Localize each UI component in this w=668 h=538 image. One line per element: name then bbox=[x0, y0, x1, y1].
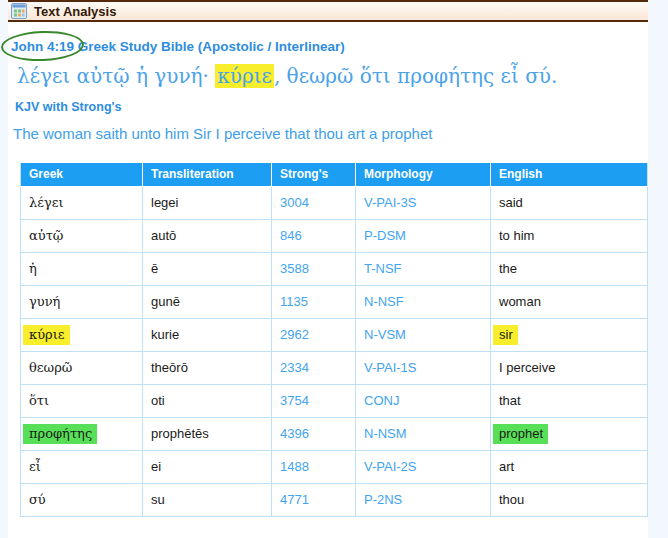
greek-word: ἡ bbox=[29, 261, 37, 276]
greek-word-cell: θεωρῶ bbox=[21, 351, 143, 384]
greek-word-cell: λέγει bbox=[21, 186, 143, 219]
strongs-number-cell: 3588 bbox=[272, 252, 356, 285]
transliteration-text: kurie bbox=[151, 327, 179, 342]
morphology-code-link[interactable]: N-VSM bbox=[364, 327, 406, 342]
transliteration-text: prophētēs bbox=[151, 426, 209, 441]
morphology-code-link[interactable]: N-NSF bbox=[364, 294, 404, 309]
english-gloss-cell: art bbox=[491, 450, 648, 483]
table-grid-icon bbox=[11, 3, 27, 19]
morphology-cell: V-PAI-1S bbox=[356, 351, 491, 384]
strongs-number-cell: 4771 bbox=[272, 483, 356, 516]
morphology-cell: P-2NS bbox=[356, 483, 491, 516]
column-header-english: English bbox=[491, 163, 648, 186]
morphology-code-link[interactable]: P-DSM bbox=[364, 228, 406, 243]
english-gloss-cell: prophet bbox=[491, 417, 648, 450]
strongs-number-link[interactable]: 3754 bbox=[280, 393, 309, 408]
strongs-number-cell: 2962 bbox=[272, 318, 356, 351]
table-row: κύριεkurie2962N-VSMsir bbox=[21, 318, 648, 351]
transliteration-cell: autō bbox=[143, 219, 272, 252]
english-gloss: I perceive bbox=[499, 360, 555, 375]
english-gloss: said bbox=[499, 195, 523, 210]
greek-verse-line[interactable]: λέγει αὐτῷ ἡ γυνή· κύριε, θεωρῶ ὅτι προφ… bbox=[17, 64, 557, 88]
greek-word-cell: ἡ bbox=[21, 252, 143, 285]
strongs-number-cell: 3004 bbox=[272, 186, 356, 219]
transliteration-cell: prophētēs bbox=[143, 417, 272, 450]
strongs-number-cell: 4396 bbox=[272, 417, 356, 450]
greek-word: γυνή bbox=[29, 294, 60, 309]
table-row: ὅτιoti3754CONJthat bbox=[21, 384, 648, 417]
transliteration-text: su bbox=[151, 492, 165, 507]
strongs-number-link[interactable]: 846 bbox=[280, 228, 302, 243]
strongs-number-cell: 1488 bbox=[272, 450, 356, 483]
morphology-code-link[interactable]: P-2NS bbox=[364, 492, 402, 507]
transliteration-text: legei bbox=[151, 195, 178, 210]
transliteration-text: theōrō bbox=[151, 360, 188, 375]
english-verse-line[interactable]: The woman saith unto him Sir I perceive … bbox=[13, 125, 432, 142]
text-analysis-panel: Text Analysis John 4:19 Greek Study Bibl… bbox=[8, 0, 648, 538]
english-gloss-cell: sir bbox=[491, 318, 648, 351]
transliteration-cell: kurie bbox=[143, 318, 272, 351]
table-header-row: Greek Transliteration Strong's Morpholog… bbox=[21, 163, 648, 186]
greek-word-cell: αὐτῷ bbox=[21, 219, 143, 252]
morphology-cell: V-PAI-2S bbox=[356, 450, 491, 483]
morphology-code-link[interactable]: V-PAI-2S bbox=[364, 459, 417, 474]
greek-word-cell: εἶ bbox=[21, 450, 143, 483]
analysis-table-body: λέγειlegei3004V-PAI-3Ssaidαὐτῷautō846P-D… bbox=[21, 186, 648, 516]
greek-word: προφήτης bbox=[23, 424, 97, 444]
greek-word: ὅτι bbox=[29, 393, 49, 408]
table-row: λέγειlegei3004V-PAI-3Ssaid bbox=[21, 186, 648, 219]
text-analysis-page: { "header": { "title": "Text Analysis" }… bbox=[0, 0, 668, 538]
morphology-code-link[interactable]: V-PAI-3S bbox=[364, 195, 417, 210]
table-row: γυνήgunē1135N-NSFwoman bbox=[21, 285, 648, 318]
greek-word-cell: ὅτι bbox=[21, 384, 143, 417]
morphology-code-link[interactable]: V-PAI-1S bbox=[364, 360, 417, 375]
transliteration-text: ē bbox=[151, 261, 158, 276]
panel-header-bar: Text Analysis bbox=[8, 0, 648, 22]
column-header-greek: Greek bbox=[21, 163, 143, 186]
morphology-code-link[interactable]: T-NSF bbox=[364, 261, 402, 276]
transliteration-text: oti bbox=[151, 393, 165, 408]
greek-verse-after: , θεωρῶ ὅτι προφήτης εἶ σύ. bbox=[274, 64, 557, 88]
strongs-number-link[interactable]: 4771 bbox=[280, 492, 309, 507]
morphology-cell: CONJ bbox=[356, 384, 491, 417]
table-row: θεωρῶtheōrō2334V-PAI-1SI perceive bbox=[21, 351, 648, 384]
reference-heading-text: Greek Study Bible (Apostolic / Interline… bbox=[74, 39, 345, 54]
panel-title: Text Analysis bbox=[34, 4, 116, 19]
transliteration-cell: legei bbox=[143, 186, 272, 219]
morphology-cell: P-DSM bbox=[356, 219, 491, 252]
table-row: εἶei1488V-PAI-2Sart bbox=[21, 450, 648, 483]
greek-word-cell: σύ bbox=[21, 483, 143, 516]
strongs-number-link[interactable]: 4396 bbox=[280, 426, 309, 441]
strongs-number-link[interactable]: 3588 bbox=[280, 261, 309, 276]
english-gloss: to him bbox=[499, 228, 534, 243]
strongs-number-cell: 3754 bbox=[272, 384, 356, 417]
strongs-number-link[interactable]: 3004 bbox=[280, 195, 309, 210]
english-gloss: thou bbox=[499, 492, 524, 507]
english-gloss: art bbox=[499, 459, 514, 474]
greek-verse-highlighted-word: κύριε bbox=[215, 64, 274, 88]
morphology-code-link[interactable]: N-NSM bbox=[364, 426, 407, 441]
column-header-transliteration: Transliteration bbox=[143, 163, 272, 186]
greek-word: θεωρῶ bbox=[29, 360, 72, 375]
strongs-number-cell: 2334 bbox=[272, 351, 356, 384]
morphology-cell: V-PAI-3S bbox=[356, 186, 491, 219]
interlinear-table: Greek Transliteration Strong's Morpholog… bbox=[20, 163, 648, 517]
kjv-strongs-label: KJV with Strong's bbox=[15, 100, 121, 114]
strongs-number-link[interactable]: 1488 bbox=[280, 459, 309, 474]
english-gloss-cell: said bbox=[491, 186, 648, 219]
morphology-cell: N-VSM bbox=[356, 318, 491, 351]
strongs-number-link[interactable]: 2962 bbox=[280, 327, 309, 342]
transliteration-cell: su bbox=[143, 483, 272, 516]
strongs-number-link[interactable]: 2334 bbox=[280, 360, 309, 375]
greek-word-cell: κύριε bbox=[21, 318, 143, 351]
strongs-number-link[interactable]: 1135 bbox=[280, 294, 308, 309]
transliteration-text: ei bbox=[151, 459, 161, 474]
morphology-code-link[interactable]: CONJ bbox=[364, 393, 399, 408]
verse-reference-link[interactable]: John 4:19 bbox=[11, 39, 74, 54]
greek-verse-before: λέγει αὐτῷ ἡ γυνή· bbox=[17, 64, 215, 88]
english-gloss: prophet bbox=[493, 424, 548, 444]
reference-heading: John 4:19 Greek Study Bible (Apostolic /… bbox=[11, 39, 345, 54]
strongs-number-cell: 846 bbox=[272, 219, 356, 252]
table-row: αὐτῷautō846P-DSMto him bbox=[21, 219, 648, 252]
transliteration-cell: gunē bbox=[143, 285, 272, 318]
